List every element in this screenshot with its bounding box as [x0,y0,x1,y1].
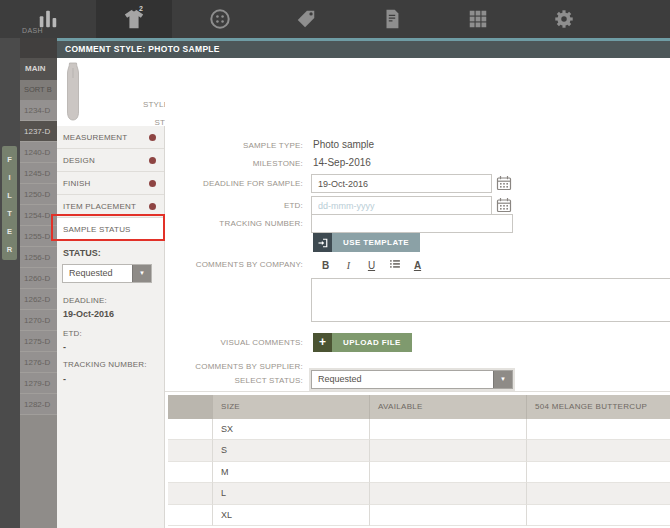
status-dot [149,157,156,164]
sidebar-item[interactable]: 1262-D [20,289,57,310]
sample-type-label: SAMPLE TYPE: [165,141,305,150]
table-row[interactable]: M [168,462,670,483]
nav-item-label: FINISH [63,179,90,188]
sample-form: SAMPLE TYPE: Photo sample MILESTONE: 14-… [165,58,670,528]
editor-toolbar: B I U A [320,258,423,272]
table-cell: M [213,462,370,483]
sidebar-top [20,38,57,58]
visual-comments-label: VISUAL COMMENTS: [165,338,305,347]
upload-file-button[interactable]: + UPLOAD FILE [313,333,412,352]
nav-item-label: DESIGN [63,156,95,165]
nav-item-measurement[interactable]: MEASUREMENT [57,126,164,149]
deadline-for-sample-label: DEADLINE FOR SAMPLE: [165,179,305,188]
document-icon[interactable] [381,8,403,30]
sidebar-strip [0,38,20,528]
gear-icon[interactable] [553,8,575,30]
annotation-rectangle [51,214,165,241]
sidebar-main-label: MAIN [20,58,57,80]
italic-button[interactable]: I [343,260,354,271]
table-cell [527,483,670,504]
list-icon[interactable] [389,258,400,272]
status-label: STATUS: [63,248,101,258]
use-template-button[interactable]: USE TEMPLATE [313,233,420,252]
comments-company-label: COMMENTS BY COMPANY: [165,260,305,269]
grid-icon[interactable] [467,8,489,30]
table-cell [370,505,527,526]
bold-button[interactable]: B [320,260,331,271]
table-cell [370,483,527,504]
separator-line [165,391,670,392]
table-header-cell [168,395,213,419]
tracking-number-input[interactable] [311,214,513,233]
sidebar-item[interactable]: 1270-D [20,310,57,331]
table-cell [168,483,213,504]
table-cell [370,440,527,461]
nav-item-finish[interactable]: FINISH [57,172,164,195]
chevron-down-icon[interactable]: ▼ [132,265,151,282]
sidebar-item[interactable]: 1275-D [20,331,57,352]
sidebar-item[interactable]: 1260-D [20,268,57,289]
sample-type-value: Photo sample [313,139,374,150]
table-cell [370,462,527,483]
select-status-value: Requested [312,371,493,388]
nav-item-design[interactable]: DESIGN [57,149,164,172]
sidebar-item[interactable]: 1250-D [20,184,57,205]
modal-nav-panel: MEASUREMENTDESIGNFINISHITEM PLACEMENTSAM… [57,126,165,528]
sidebar-item[interactable]: 1282-D [20,394,57,415]
table-row[interactable]: XL [168,505,670,526]
calendar-icon[interactable] [496,197,512,213]
deadline-for-sample-input[interactable] [311,174,492,193]
dashboard-label[interactable]: DASH [22,27,43,34]
size-table-header: SIZEAVAILABLE504 MELANGE BUTTERCUP [168,395,670,419]
sidebar-item[interactable]: 1240-D [20,142,57,163]
table-row[interactable]: S [168,440,670,461]
top-toolbar: 2 DASH [0,0,670,38]
status-dropdown-value: Requested [63,265,132,282]
table-cell: XL [213,505,370,526]
select-status-dropdown[interactable]: Requested ▼ [311,370,513,389]
calendar-icon[interactable] [496,175,512,191]
tracking-label: TRACKING NUMBER: [63,360,147,369]
sidebar-item[interactable]: 1245-D [20,163,57,184]
shirt-badge: 2 [139,5,143,12]
table-cell [168,462,213,483]
plus-icon: + [313,333,332,352]
filter-tab[interactable]: FILTER [2,146,17,260]
table-cell [370,419,527,440]
sidebar-item[interactable]: 1276-D [20,352,57,373]
table-row[interactable]: SX [168,419,670,440]
table-row[interactable]: L [168,483,670,504]
button-icon[interactable] [209,8,231,30]
table-cell [527,462,670,483]
style-thumbnail[interactable] [62,62,84,122]
table-cell [527,419,670,440]
status-dot [149,203,156,210]
comment-style-modal: COMMENT STYLE: PHOTO SAMPLE BRAND: Demo … [57,38,670,528]
status-dropdown[interactable]: Requested ▼ [62,264,152,283]
use-template-label: USE TEMPLATE [332,233,420,252]
sidebar-item[interactable]: 1234-D [20,100,57,121]
comments-company-textarea[interactable] [311,278,670,322]
font-color-button[interactable]: A [412,260,423,271]
etd-input[interactable] [311,196,492,215]
chevron-down-icon[interactable]: ▼ [493,371,512,388]
etd-label: ETD: [63,329,82,338]
table-cell: SX [213,419,370,440]
nav-item-label: ITEM PLACEMENT [63,202,136,211]
underline-button[interactable]: U [366,260,377,271]
etd-input-label: ETD: [165,201,305,210]
sidebar-item[interactable]: 1237-D [20,121,57,142]
table-cell: L [213,483,370,504]
deadline-value: 19-Oct-2016 [63,309,114,319]
nav-item-label: MEASUREMENT [63,133,127,142]
import-icon [313,233,332,252]
size-table-body: SXSMLXL [168,419,670,526]
tag-icon[interactable] [295,8,317,30]
table-cell [527,505,670,526]
sidebar-item[interactable]: 1279-D [20,373,57,394]
sidebar-item[interactable]: 1256-D [20,247,57,268]
comments-supplier-label: COMMENTS BY SUPPLIER: [165,362,305,371]
select-status-label: SELECT STATUS: [165,376,305,385]
etd-value: - [63,342,66,352]
sort-by-button[interactable]: SORT B [20,80,57,100]
